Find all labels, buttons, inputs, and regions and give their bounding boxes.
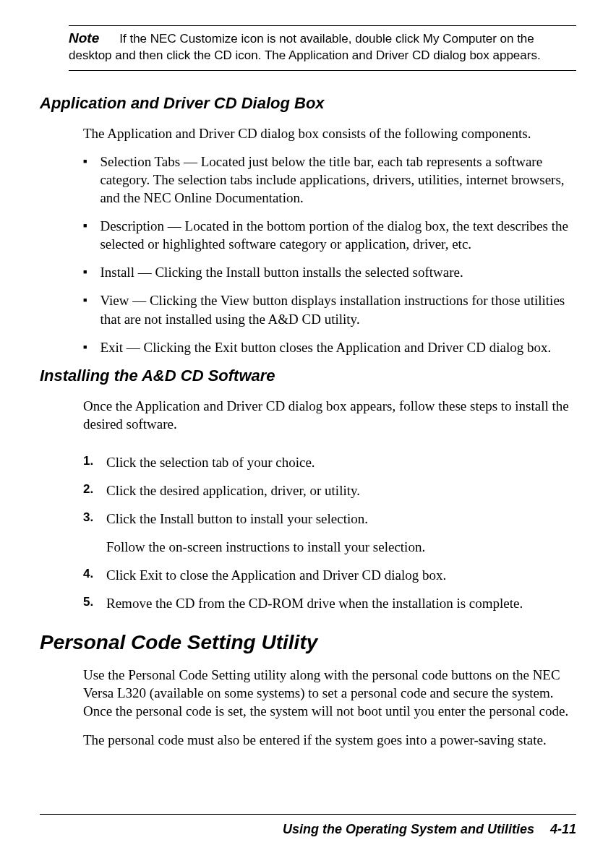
step-text: Click Exit to close the Application and … [106, 566, 576, 584]
components-list: Selection Tabs — Located just below the … [83, 153, 576, 356]
step-number: 4. [83, 566, 106, 582]
list-item: 3. Click the Install button to install y… [83, 510, 576, 556]
step-text: Remove the CD from the CD-ROM drive when… [106, 594, 576, 612]
bullet-text: Selection Tabs — Located just below the … [100, 153, 576, 207]
para-personal-code-2: The personal code must also be entered i… [83, 731, 576, 749]
bullet-text: View — Clicking the View button displays… [100, 291, 576, 327]
bullet-text: Description — Located in the bottom port… [100, 217, 576, 253]
list-item: 5. Remove the CD from the CD-ROM drive w… [83, 594, 576, 612]
list-item: Selection Tabs — Located just below the … [83, 153, 576, 207]
list-item: 1. Click the selection tab of your choic… [83, 453, 576, 471]
step-text: Click the Install button to install your… [106, 511, 368, 526]
step-number: 5. [83, 594, 106, 610]
install-steps: 1. Click the selection tab of your choic… [83, 453, 576, 612]
list-item: 2. Click the desired application, driver… [83, 481, 576, 500]
list-item: Install — Clicking the Install button in… [83, 263, 576, 281]
step-number: 2. [83, 481, 106, 497]
footer-title: Using the Operating System and Utilities [283, 822, 534, 836]
bullet-text: Exit — Clicking the Exit button closes t… [100, 338, 551, 356]
note-label: Note [69, 30, 99, 46]
note-box: NoteIf the NEC Customize icon is not ava… [69, 25, 576, 71]
page-footer: Using the Operating System and Utilities… [40, 814, 576, 837]
para-personal-code-1: Use the Personal Code Setting utility al… [83, 666, 576, 720]
step-text: Click the selection tab of your choice. [106, 453, 576, 471]
note-text: If the NEC Customize icon is not availab… [69, 32, 541, 62]
list-item: 4. Click Exit to close the Application a… [83, 566, 576, 584]
list-item: Exit — Clicking the Exit button closes t… [83, 338, 576, 356]
bullet-text: Install — Clicking the Install button in… [100, 263, 463, 281]
list-item: View — Clicking the View button displays… [83, 291, 576, 327]
list-item: Description — Located in the bottom port… [83, 217, 576, 253]
heading-installing: Installing the A&D CD Software [40, 366, 576, 385]
heading-app-driver-cd: Application and Driver CD Dialog Box [40, 94, 576, 113]
intro-app-driver-cd: The Application and Driver CD dialog box… [83, 124, 576, 142]
intro-installing: Once the Application and Driver CD dialo… [83, 397, 576, 433]
step-text: Click the desired application, driver, o… [106, 481, 576, 500]
step-number: 3. [83, 510, 106, 526]
step-content: Click the Install button to install your… [106, 510, 576, 556]
heading-personal-code: Personal Code Setting Utility [40, 631, 576, 654]
footer-page-number: 4-11 [550, 822, 576, 836]
step-sub-text: Follow the on-screen instructions to ins… [106, 538, 576, 556]
step-number: 1. [83, 453, 106, 469]
